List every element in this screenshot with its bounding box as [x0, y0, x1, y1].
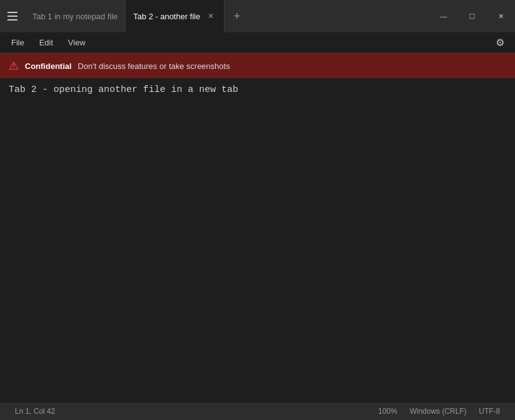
app-icon [0, 0, 25, 32]
title-bar: Tab 1 in my notepad file Tab 2 - another… [0, 0, 515, 32]
encoding[interactable]: UTF-8 [473, 407, 506, 416]
new-tab-button[interactable]: + [225, 0, 249, 32]
menu-bar: File Edit View ⚙ [0, 32, 515, 53]
status-bar: Ln 1, Col 42 100% Windows (CRLF) UTF-8 [0, 403, 515, 420]
maximize-icon: ☐ [469, 12, 475, 21]
maximize-button[interactable]: ☐ [458, 0, 486, 32]
tab-2[interactable]: Tab 2 - another file ✕ [126, 0, 225, 32]
tab-1[interactable]: Tab 1 in my notepad file [25, 0, 126, 32]
tabs-area: Tab 1 in my notepad file Tab 2 - another… [25, 0, 429, 32]
zoom-level[interactable]: 100% [372, 407, 404, 416]
banner-text: Don't discuss features or take screensho… [78, 62, 230, 71]
confidential-banner: ⚠ Confidential Don't discuss features or… [0, 53, 515, 78]
menu-items: File Edit View [5, 35, 91, 50]
line-ending[interactable]: Windows (CRLF) [404, 407, 473, 416]
close-button[interactable]: ✕ [486, 0, 515, 32]
tab-2-close-icon[interactable]: ✕ [205, 11, 216, 22]
settings-button[interactable]: ⚙ [490, 33, 510, 53]
minimize-icon: — [440, 12, 447, 20]
tab-2-label: Tab 2 - another file [133, 12, 200, 21]
new-tab-icon: + [234, 10, 241, 23]
settings-icon: ⚙ [496, 37, 504, 48]
window-controls: — ☐ ✕ [429, 0, 515, 32]
close-icon: ✕ [498, 12, 504, 21]
warning-icon: ⚠ [9, 59, 19, 73]
editor-area[interactable]: Tab 2 - opening another file in a new ta… [0, 78, 515, 403]
hamburger-icon [7, 12, 17, 21]
minimize-button[interactable]: — [429, 0, 458, 32]
banner-label: Confidential [25, 62, 72, 71]
menu-file[interactable]: File [5, 35, 30, 50]
editor-content: Tab 2 - opening another file in a new ta… [9, 83, 506, 98]
cursor-position[interactable]: Ln 1, Col 42 [9, 403, 62, 420]
tab-1-label: Tab 1 in my notepad file [32, 12, 118, 21]
status-right: 100% Windows (CRLF) UTF-8 [372, 407, 506, 416]
menu-view[interactable]: View [62, 35, 91, 50]
menu-edit[interactable]: Edit [33, 35, 59, 50]
